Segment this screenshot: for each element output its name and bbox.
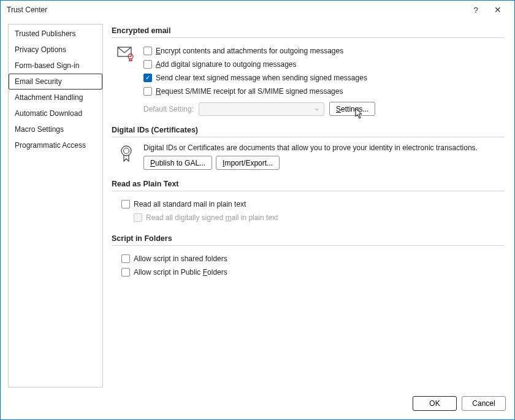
sidebar-item-automatic-download[interactable]: Automatic Download (9, 105, 102, 121)
help-button[interactable]: ? (465, 3, 486, 17)
divider (112, 191, 505, 191)
default-setting-combo[interactable] (199, 102, 324, 116)
sidebar-item-email-security[interactable]: Email Security (9, 74, 102, 90)
checkbox-receipt[interactable] (143, 87, 152, 96)
sidebar-item-privacy-options[interactable]: Privacy Options (9, 42, 102, 58)
publish-to-gal-button[interactable]: Publish to GAL... (143, 156, 212, 170)
divider (112, 37, 505, 38)
label-read-plain: Read all standard mail in plain text (134, 199, 246, 210)
label-encrypt: Encrypt contents and attachments for out… (156, 45, 343, 56)
trust-center-dialog: Trust Center ? ✕ Trusted Publishers Priv… (0, 0, 515, 420)
digital-ids-description: Digital IDs or Certificates are document… (143, 143, 505, 152)
sidebar: Trusted Publishers Privacy Options Form-… (8, 24, 103, 388)
envelope-seal-icon (116, 44, 136, 61)
import-export-button[interactable]: Import/Export... (216, 156, 280, 170)
section-title-encrypted: Encrypted email (112, 26, 505, 35)
divider (112, 245, 505, 246)
label-clear-text: Send clear text signed message when send… (156, 72, 367, 83)
encrypted-body: Encrypt contents and attachments for out… (112, 44, 505, 116)
settings-button[interactable]: Settings... (329, 102, 375, 116)
label-script-shared: Allow script in shared folders (134, 253, 227, 264)
digital-ids-body: Digital IDs or Certificates are document… (112, 143, 505, 170)
row-script-public[interactable]: Allow script in Public Folders (121, 265, 505, 279)
sidebar-item-macro-settings[interactable]: Macro Settings (9, 121, 102, 137)
default-setting-row: Default Setting: Settings... (143, 102, 505, 116)
ok-button[interactable]: OK (413, 396, 457, 411)
certificate-icon (116, 143, 136, 163)
sidebar-item-form-based-sign-in[interactable]: Form-based Sign-in (9, 58, 102, 74)
row-encrypt-contents[interactable]: Encrypt contents and attachments for out… (143, 44, 505, 58)
label-receipt: Request S/MIME receipt for all S/MIME si… (156, 86, 343, 97)
row-read-signed-plain: Read all digitally signed mail in plain … (121, 211, 505, 224)
titlebar: Trust Center ? ✕ (1, 1, 514, 19)
svg-point-3 (124, 148, 129, 154)
cancel-button[interactable]: Cancel (462, 396, 506, 411)
row-receipt[interactable]: Request S/MIME receipt for all S/MIME si… (143, 85, 505, 98)
checkbox-signature[interactable] (143, 60, 152, 69)
checkbox-read-signed-plain (134, 213, 142, 222)
section-title-script: Script in Folders (112, 234, 505, 243)
default-setting-label: Default Setting: (143, 105, 194, 113)
svg-point-2 (121, 146, 131, 156)
divider (112, 137, 505, 137)
close-button[interactable]: ✕ (486, 3, 509, 17)
dialog-title: Trust Center (7, 6, 465, 14)
sidebar-item-trusted-publishers[interactable]: Trusted Publishers (9, 26, 102, 42)
row-read-plain[interactable]: Read all standard mail in plain text (121, 197, 505, 211)
label-read-signed-plain: Read all digitally signed mail in plain … (146, 212, 278, 223)
checkbox-clear-text[interactable]: ✓ (143, 74, 152, 82)
row-add-signature[interactable]: Add digital signature to outgoing messag… (143, 58, 505, 71)
dialog-footer: OK Cancel (1, 390, 514, 419)
dialog-body: Trusted Publishers Privacy Options Form-… (1, 19, 514, 390)
row-script-shared[interactable]: Allow script in shared folders (121, 252, 505, 265)
sidebar-item-attachment-handling[interactable]: Attachment Handling (9, 90, 102, 105)
section-title-plain-text: Read as Plain Text (112, 180, 505, 188)
checkbox-script-shared[interactable] (121, 254, 130, 263)
checkbox-read-plain[interactable] (121, 200, 130, 208)
sidebar-item-programmatic-access[interactable]: Programmatic Access (9, 137, 102, 153)
checkbox-script-public[interactable] (121, 268, 130, 277)
label-script-public: Allow script in Public Folders (134, 267, 227, 278)
label-signature: Add digital signature to outgoing messag… (156, 59, 297, 70)
checkbox-encrypt[interactable] (143, 47, 152, 55)
row-clear-text[interactable]: ✓ Send clear text signed message when se… (143, 71, 505, 85)
content-panel: Encrypted email Encrypt contents and att… (110, 24, 507, 388)
section-title-digital-ids: Digital IDs (Certificates) (112, 126, 505, 134)
